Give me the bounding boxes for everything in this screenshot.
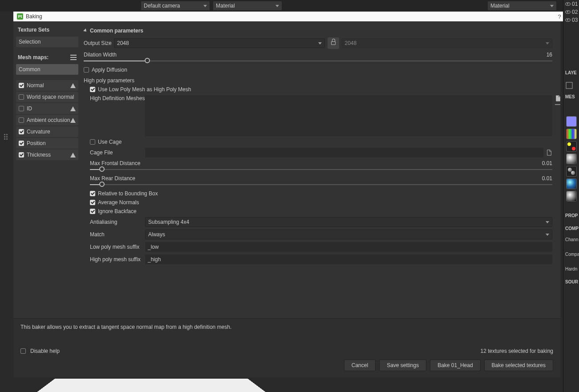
chevron-down-icon — [318, 42, 322, 44]
high-suffix-input[interactable]: _high — [145, 255, 552, 264]
max-rear-slider[interactable] — [90, 182, 552, 188]
warning-icon — [70, 106, 76, 111]
cancel-button[interactable]: Cancel — [344, 360, 376, 371]
file-icon[interactable] — [555, 95, 560, 101]
svg-rect-0 — [566, 82, 572, 89]
high-suffix-value: _high — [148, 256, 161, 263]
dialog-titlebar: Pt Baking ? ✕ — [13, 12, 579, 21]
file-icon[interactable] — [546, 150, 552, 156]
row-num: 01 — [572, 1, 578, 7]
top-bar: Default camera Material Material — [0, 0, 579, 12]
material-right-label: Material — [490, 3, 510, 9]
status-text: 12 textures selected for baking — [481, 348, 553, 354]
warning-icon — [70, 118, 76, 123]
mesh-map-label: Normal — [27, 82, 44, 89]
swatch-black[interactable] — [566, 141, 577, 152]
mesh-map-row[interactable]: ID — [16, 103, 78, 114]
mesh-map-checkbox[interactable] — [19, 94, 24, 100]
low-suffix-input[interactable]: _low — [145, 242, 552, 252]
common-label: Common — [19, 66, 40, 73]
comp-label: COMP — [563, 224, 579, 233]
mesh-map-checkbox[interactable] — [19, 152, 24, 158]
visibility-row[interactable]: 01 — [563, 0, 579, 8]
swatch-dual[interactable] — [566, 166, 577, 177]
mesh-map-row[interactable]: Normal — [16, 80, 78, 91]
lock-button[interactable] — [328, 37, 339, 49]
hd-meshes-input[interactable] — [145, 95, 552, 136]
material-left-dropdown[interactable]: Material — [213, 1, 282, 11]
mesh-map-checkbox[interactable] — [19, 141, 24, 146]
compa-label: Compa — [563, 250, 579, 259]
apply-diffusion-checkbox[interactable] — [84, 67, 89, 73]
menu-icon[interactable] — [70, 55, 77, 60]
average-normals-checkbox[interactable] — [90, 200, 95, 205]
use-cage-label: Use Cage — [98, 139, 121, 145]
visibility-row[interactable]: 02 — [563, 8, 579, 16]
disable-help-checkbox[interactable] — [20, 348, 26, 354]
swatch-normal[interactable] — [566, 116, 577, 127]
common-row[interactable]: Common — [16, 64, 78, 75]
material-right-dropdown[interactable]: Material — [487, 1, 557, 11]
texture-sets-header: Texture Sets — [13, 24, 81, 36]
mesh-map-checkbox[interactable] — [19, 106, 24, 111]
match-dropdown[interactable]: Always — [145, 230, 552, 239]
mesh-map-row[interactable]: Thickness — [16, 150, 78, 160]
relative-bbox-checkbox[interactable] — [90, 191, 95, 196]
visibility-row[interactable]: 03 — [563, 16, 579, 24]
mesh-map-row[interactable]: Ambient occlusion — [16, 115, 78, 125]
row-num: 03 — [572, 17, 578, 23]
save-settings-button[interactable]: Save settings — [379, 360, 426, 371]
camera-dropdown[interactable]: Default camera — [141, 1, 210, 11]
dilation-label: Dilation Width — [84, 52, 142, 58]
mesh-map-checkbox[interactable] — [19, 117, 24, 123]
help-text: This baker allows you to extract a tange… — [20, 324, 553, 330]
max-frontal-value: 0.01 — [542, 160, 552, 166]
apply-diffusion-label: Apply Diffusion — [92, 67, 127, 73]
grip-icon[interactable] — [4, 133, 9, 139]
sidebar: Texture Sets Selection Mesh maps: Common… — [13, 21, 81, 318]
hardn-label: Hardn — [563, 265, 579, 273]
bake-selected-button[interactable]: Bake selected textures — [484, 360, 553, 371]
output-size-dropdown[interactable]: 2048 — [114, 38, 325, 48]
mesh-map-label: Position — [27, 140, 46, 146]
output-size-label: Output Size — [84, 40, 114, 46]
section-header[interactable]: Common parameters — [84, 28, 552, 34]
swatch-sphere1[interactable] — [566, 154, 577, 164]
mesh-maps-label: Mesh maps: — [18, 54, 49, 61]
use-cage-checkbox[interactable] — [90, 139, 95, 145]
layers-icon[interactable] — [565, 81, 573, 89]
bake-one-button[interactable]: Bake 01_Head — [430, 360, 480, 371]
mesh-maps-header: Mesh maps: — [13, 52, 81, 63]
swatch-sphere2[interactable] — [566, 178, 577, 189]
antialiasing-label: Antialiasing — [90, 219, 145, 225]
chan-label: Chann — [563, 235, 579, 244]
use-low-as-high-checkbox[interactable] — [90, 87, 95, 92]
mesh-map-row[interactable]: Position — [16, 138, 78, 149]
antialiasing-dropdown[interactable]: Subsampling 4x4 — [145, 217, 552, 227]
remove-icon[interactable] — [555, 104, 560, 105]
disable-help-label: Disable help — [30, 348, 60, 354]
cage-file-input[interactable] — [145, 148, 543, 158]
dilation-slider[interactable] — [84, 58, 552, 64]
swatch-color[interactable] — [566, 129, 577, 139]
selection-button[interactable]: Selection — [16, 36, 78, 47]
mesh-label: MES — [563, 93, 579, 101]
chevron-down-icon — [83, 28, 88, 33]
ignore-backface-checkbox[interactable] — [90, 209, 95, 214]
chevron-down-icon — [203, 5, 207, 7]
average-normals-label: Average Normals — [98, 199, 139, 206]
output-size-locked-value: 2048 — [345, 40, 357, 46]
mesh-map-checkbox[interactable] — [19, 83, 24, 88]
swatch-sphere3[interactable] — [566, 191, 577, 202]
mesh-map-row[interactable]: Curvature — [16, 126, 78, 137]
dialog-footer: This baker allows you to extract a tange… — [13, 318, 560, 377]
mesh-map-row[interactable]: World space normal — [16, 92, 78, 102]
max-frontal-slider[interactable] — [90, 166, 552, 173]
ignore-backface-label: Ignore Backface — [98, 208, 137, 214]
use-low-as-high-label: Use Low Poly Mesh as High Poly Mesh — [98, 86, 191, 93]
mesh-map-checkbox[interactable] — [19, 129, 24, 134]
warning-icon — [70, 83, 76, 88]
eye-icon — [565, 2, 571, 6]
chevron-down-icon — [275, 5, 279, 7]
high-poly-header: High poly parameters — [84, 77, 552, 84]
